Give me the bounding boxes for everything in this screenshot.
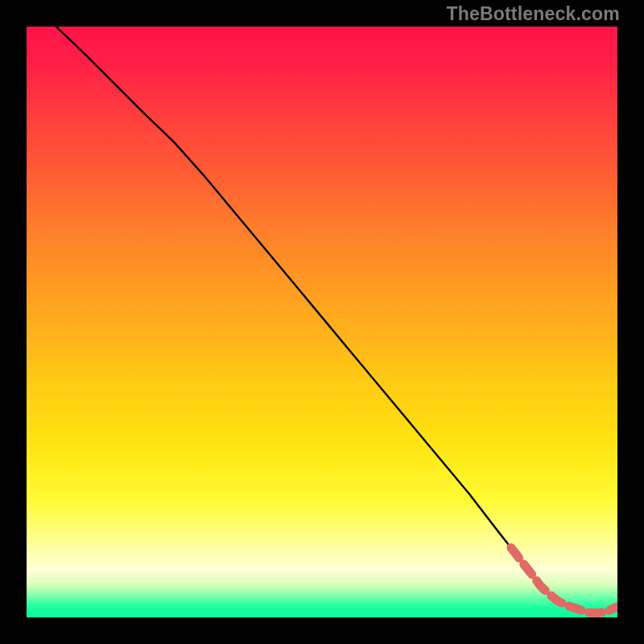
chart-svg [27,27,617,617]
marker-dash-line [511,547,617,613]
plot-area [27,27,617,617]
curve-line [56,27,617,613]
chart-stage: TheBottleneck.com [0,0,644,644]
watermark-text: TheBottleneck.com [446,3,620,25]
